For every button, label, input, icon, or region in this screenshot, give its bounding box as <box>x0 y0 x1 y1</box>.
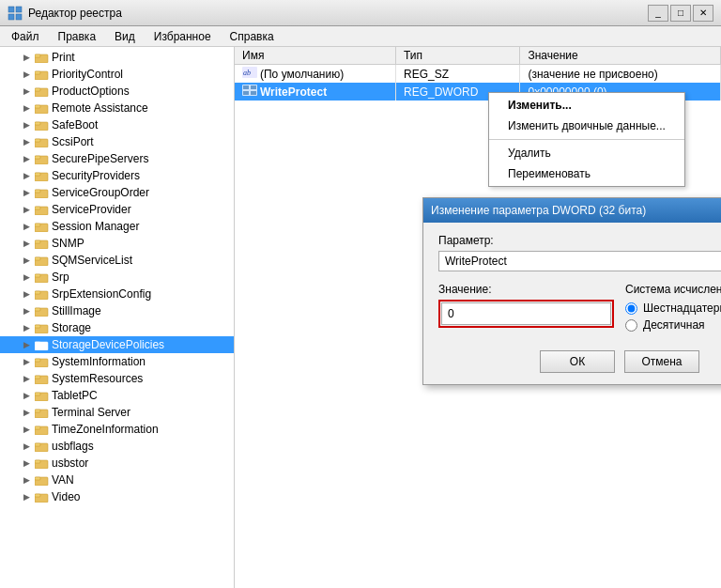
tree-item[interactable]: ▶ usbflags <box>0 438 234 455</box>
tree-item[interactable]: ▶ Session Manager <box>0 218 234 235</box>
tree-expand-icon[interactable]: ▶ <box>19 371 34 386</box>
tree-item[interactable]: ▶ SystemInformation <box>0 353 234 370</box>
tree-expand-icon[interactable]: ▶ <box>19 472 34 487</box>
tree-expand-icon[interactable]: ▶ <box>19 303 34 318</box>
tree-expand-icon[interactable]: ▶ <box>19 405 34 420</box>
tree-item[interactable]: ▶ Print <box>0 49 234 66</box>
menu-item-файл[interactable]: Файл <box>4 29 47 44</box>
minimize-button[interactable]: _ <box>648 5 668 22</box>
value-input[interactable] <box>441 302 611 325</box>
dialog-buttons: ОК Отмена <box>438 350 721 373</box>
hex-radio-option[interactable]: Шестнадцатеричная <box>625 302 721 315</box>
tree-expand-icon[interactable]: ▶ <box>19 422 34 437</box>
tree-expand-icon[interactable]: ▶ <box>19 185 34 200</box>
svg-rect-43 <box>35 376 40 379</box>
menu-item-правка[interactable]: Правка <box>51 29 104 44</box>
tree-item[interactable]: ▶ ProductOptions <box>0 83 234 100</box>
tree-item[interactable]: ▶ SNMP <box>0 235 234 252</box>
tree-expand-icon[interactable]: ▶ <box>19 354 34 369</box>
dword-edit-dialog: Изменение параметра DWORD (32 бита) ✕ Па… <box>422 197 721 385</box>
tree-item[interactable]: ▶ VAN <box>0 472 234 488</box>
cancel-button[interactable]: Отмена <box>624 350 699 373</box>
svg-rect-29 <box>35 257 40 260</box>
folder-icon <box>34 152 49 165</box>
tree-item[interactable]: ▶ Storage <box>0 319 234 336</box>
tree-item[interactable]: ▶ SrpExtensionConfig <box>0 286 234 302</box>
tree-expand-icon[interactable]: ▶ <box>19 101 34 116</box>
folder-icon <box>34 372 49 385</box>
tree-item[interactable]: ▶ PriorityControl <box>0 66 234 83</box>
tree-item-label: PriorityControl <box>52 68 123 81</box>
tree-item[interactable]: ▶ ServiceGroupOrder <box>0 184 234 201</box>
tree-item[interactable]: ▶ SystemResources <box>0 370 234 387</box>
svg-rect-41 <box>35 359 40 362</box>
tree-item-label: usbflags <box>52 440 94 453</box>
folder-icon <box>34 118 49 132</box>
tree-item[interactable]: ▶ SafeBoot <box>0 116 234 133</box>
hex-radio[interactable] <box>625 302 637 315</box>
ok-button[interactable]: ОК <box>540 350 615 373</box>
close-button[interactable]: ✕ <box>693 5 713 22</box>
tree-expand-icon[interactable]: ▶ <box>19 489 34 504</box>
menu-item-справка[interactable]: Справка <box>222 29 282 44</box>
tree-item[interactable]: ▶ StillImage <box>0 302 234 319</box>
tree-item-label: SystemInformation <box>52 355 146 368</box>
tree-item[interactable]: ▶ SecurePipeServers <box>0 150 234 167</box>
tree-expand-icon[interactable]: ▶ <box>19 84 34 99</box>
tree-item[interactable]: ▶ TimeZoneInformation <box>0 421 234 438</box>
tree-item[interactable]: ▶ Remote Assistance <box>0 100 234 116</box>
tree-expand-icon[interactable]: ▶ <box>19 456 34 471</box>
tree-item-label: SrpExtensionConfig <box>52 287 151 301</box>
tree-item[interactable]: ▶ Video <box>0 488 234 505</box>
tree-item[interactable]: ▶ Terminal Server <box>0 404 234 421</box>
svg-rect-31 <box>35 274 40 277</box>
folder-icon <box>34 406 49 419</box>
tree-item-label: Print <box>52 51 75 64</box>
svg-rect-47 <box>35 410 40 412</box>
tree-expand-icon[interactable]: ▶ <box>19 202 34 217</box>
folder-icon <box>34 237 49 250</box>
dec-radio-option[interactable]: Десятичная <box>625 318 721 332</box>
dialog-title-bar: Изменение параметра DWORD (32 бита) ✕ <box>423 198 721 223</box>
tree-item[interactable]: ▶ StorageDevicePolicies <box>0 336 234 353</box>
tree-expand-icon[interactable]: ▶ <box>19 134 34 149</box>
tree-expand-icon[interactable]: ▶ <box>19 439 34 454</box>
tree-expand-icon[interactable]: ▶ <box>19 388 34 403</box>
tree-expand-icon[interactable]: ▶ <box>19 286 34 302</box>
menu-item-избранное[interactable]: Избранное <box>146 29 219 44</box>
tree-item[interactable]: ▶ ScsiPort <box>0 133 234 150</box>
tree-expand-icon[interactable]: ▶ <box>19 270 34 285</box>
registry-tree[interactable]: ▶ Print▶ PriorityControl▶ ProductOptions… <box>0 47 235 588</box>
tree-expand-icon[interactable]: ▶ <box>19 151 34 166</box>
tree-expand-icon[interactable]: ▶ <box>19 50 34 65</box>
tree-expand-icon[interactable]: ▶ <box>19 168 34 183</box>
tree-expand-icon[interactable]: ▶ <box>19 67 34 82</box>
folder-icon <box>34 490 49 503</box>
tree-item-label: TimeZoneInformation <box>52 423 159 436</box>
svg-rect-19 <box>35 173 40 176</box>
svg-rect-57 <box>35 494 40 497</box>
menu-item-вид[interactable]: Вид <box>107 29 143 44</box>
tree-expand-icon[interactable]: ▶ <box>19 337 34 352</box>
tree-expand-icon[interactable]: ▶ <box>19 117 34 132</box>
tree-expand-icon[interactable]: ▶ <box>19 253 34 268</box>
tree-item-label: SQMServiceList <box>52 254 132 267</box>
svg-rect-27 <box>35 240 40 243</box>
tree-expand-icon[interactable]: ▶ <box>19 219 34 234</box>
svg-rect-55 <box>35 477 40 480</box>
tree-expand-icon[interactable]: ▶ <box>19 320 34 335</box>
dec-radio[interactable] <box>625 319 637 332</box>
tree-item-label: SystemResources <box>52 372 143 385</box>
tree-item[interactable]: ▶ ServiceProvider <box>0 201 234 218</box>
tree-item[interactable]: ▶ SecurityProviders <box>0 167 234 184</box>
tree-item[interactable]: ▶ Srp <box>0 269 234 286</box>
tree-expand-icon[interactable]: ▶ <box>19 236 34 251</box>
svg-rect-9 <box>35 88 40 91</box>
tree-item[interactable]: ▶ usbstor <box>0 455 234 472</box>
title-bar: Редактор реестра _ □ ✕ <box>0 0 721 26</box>
maximize-button[interactable]: □ <box>670 5 691 22</box>
svg-rect-3 <box>16 14 22 20</box>
tree-item[interactable]: ▶ TabletPC <box>0 387 234 404</box>
tree-item-label: SafeBoot <box>52 118 98 132</box>
tree-item[interactable]: ▶ SQMServiceList <box>0 252 234 269</box>
